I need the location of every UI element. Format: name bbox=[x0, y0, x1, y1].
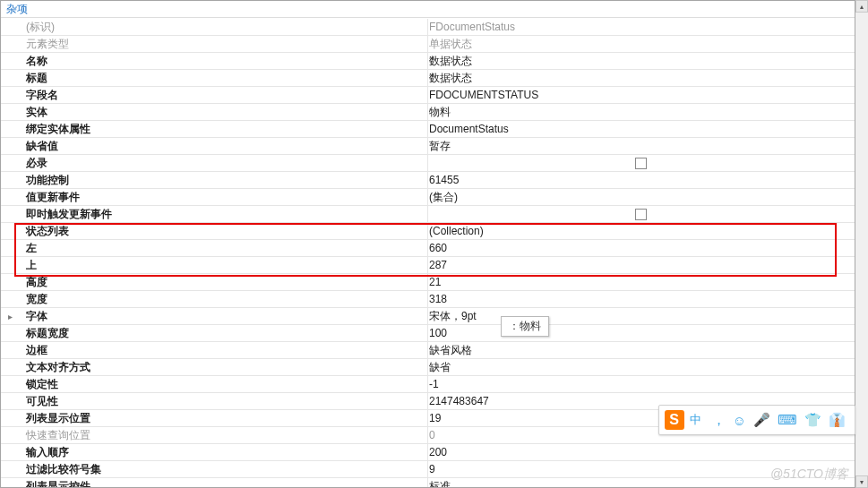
expand-icon bbox=[1, 325, 19, 341]
property-label: 字段名 bbox=[19, 87, 427, 103]
expand-icon bbox=[1, 342, 19, 358]
property-row[interactable]: 高度21 bbox=[1, 274, 855, 291]
property-row[interactable]: 功能控制61455 bbox=[1, 172, 855, 189]
property-value[interactable]: 数据状态 bbox=[427, 53, 855, 69]
property-label: 高度 bbox=[19, 274, 427, 290]
scroll-up-button[interactable]: ▴ bbox=[855, 0, 868, 13]
property-label: 上 bbox=[19, 257, 427, 273]
property-row[interactable]: 边框缺省风格 bbox=[1, 342, 855, 359]
property-value[interactable]: 200 bbox=[427, 444, 855, 460]
property-label: 名称 bbox=[19, 53, 427, 69]
property-value[interactable]: 100 bbox=[427, 325, 855, 341]
expand-icon bbox=[1, 87, 19, 103]
property-row[interactable]: 实体物料 bbox=[1, 104, 855, 121]
property-row[interactable]: 缺省值暂存 bbox=[1, 138, 855, 155]
expand-icon bbox=[1, 172, 19, 188]
ime-keyboard-icon[interactable]: ⌨ bbox=[778, 412, 797, 428]
property-row[interactable]: ▸字体宋体，9pt bbox=[1, 308, 855, 325]
property-label: 字体 bbox=[19, 308, 427, 324]
property-value[interactable]: 缺省 bbox=[427, 359, 855, 375]
property-row[interactable]: 标题宽度100 bbox=[1, 325, 855, 342]
property-value[interactable]: (集合) bbox=[427, 189, 855, 205]
property-value[interactable]: -1 bbox=[427, 376, 855, 392]
property-label: 缺省值 bbox=[19, 138, 427, 154]
checkbox-icon[interactable] bbox=[635, 158, 647, 169]
ime-emoji-icon[interactable]: ☺ bbox=[733, 413, 746, 428]
expand-icon bbox=[1, 427, 19, 443]
property-row[interactable]: 标题数据状态 bbox=[1, 70, 855, 87]
section-header[interactable]: 杂项 bbox=[1, 1, 855, 18]
expand-icon bbox=[1, 240, 19, 256]
expand-icon bbox=[1, 206, 19, 222]
property-row[interactable]: 元素类型单据状态 bbox=[1, 36, 855, 53]
property-row[interactable]: 宽度318 bbox=[1, 291, 855, 308]
property-label: 功能控制 bbox=[19, 172, 427, 188]
property-value[interactable]: 61455 bbox=[427, 172, 855, 188]
expand-icon bbox=[1, 291, 19, 307]
expand-icon bbox=[1, 257, 19, 273]
property-row[interactable]: 名称数据状态 bbox=[1, 53, 855, 70]
property-row[interactable]: 值更新事件(集合) bbox=[1, 189, 855, 206]
property-row[interactable]: 输入顺序200 bbox=[1, 444, 855, 461]
property-row[interactable]: 列表显示控件标准 bbox=[1, 478, 855, 487]
expand-icon[interactable]: ▸ bbox=[1, 308, 19, 324]
property-label: 状态列表 bbox=[19, 223, 427, 239]
ime-settings-icon[interactable]: 👔 bbox=[829, 412, 846, 428]
expand-icon bbox=[1, 393, 19, 409]
ime-mode-label[interactable]: 中 bbox=[690, 412, 701, 428]
watermark: @51CTO博客 bbox=[770, 467, 848, 483]
property-row[interactable]: 即时触发更新事件 bbox=[1, 206, 855, 223]
property-value[interactable]: 数据状态 bbox=[427, 70, 855, 86]
property-row[interactable]: 文本对齐方式缺省 bbox=[1, 359, 855, 376]
property-value[interactable]: FDOCUMENTSTATUS bbox=[427, 87, 855, 103]
property-row[interactable]: 锁定性-1 bbox=[1, 376, 855, 393]
property-value[interactable] bbox=[427, 206, 855, 222]
property-row[interactable]: 字段名FDOCUMENTSTATUS bbox=[1, 87, 855, 104]
expand-icon bbox=[1, 444, 19, 460]
scroll-down-button[interactable]: ▾ bbox=[855, 475, 868, 488]
property-value[interactable]: 物料 bbox=[427, 104, 855, 120]
expand-icon bbox=[1, 376, 19, 392]
property-label: 列表显示位置 bbox=[19, 410, 427, 426]
property-value[interactable]: 318 bbox=[427, 291, 855, 307]
property-label: 实体 bbox=[19, 104, 427, 120]
property-label: 绑定实体属性 bbox=[19, 121, 427, 137]
ime-logo-icon[interactable]: S bbox=[665, 410, 684, 430]
ime-punct-icon[interactable]: ， bbox=[712, 412, 726, 429]
property-value[interactable]: 287 bbox=[427, 257, 855, 273]
property-row[interactable]: 左660 bbox=[1, 240, 855, 257]
property-value[interactable] bbox=[427, 155, 855, 171]
property-value[interactable]: 21 bbox=[427, 274, 855, 290]
ime-mic-icon[interactable]: 🎤 bbox=[753, 412, 770, 428]
ime-skin-icon[interactable]: 👕 bbox=[804, 412, 821, 428]
property-label: 可见性 bbox=[19, 393, 427, 409]
property-row[interactable]: 状态列表(Collection) bbox=[1, 223, 855, 240]
property-label: 列表显示控件 bbox=[19, 478, 427, 487]
expand-icon bbox=[1, 121, 19, 137]
property-value[interactable]: 暂存 bbox=[427, 138, 855, 154]
property-row[interactable]: 绑定实体属性DocumentStatus bbox=[1, 121, 855, 138]
property-row[interactable]: 上287 bbox=[1, 257, 855, 274]
property-label: 值更新事件 bbox=[19, 189, 427, 205]
property-value[interactable]: (Collection) bbox=[427, 223, 855, 239]
expand-icon bbox=[1, 189, 19, 205]
expand-icon bbox=[1, 53, 19, 69]
property-value[interactable]: FDocumentStatus bbox=[427, 19, 855, 35]
property-value[interactable]: 缺省风格 bbox=[427, 342, 855, 358]
ime-toolbar[interactable]: S 中 ， ☺ 🎤 ⌨ 👕 👔 bbox=[658, 405, 855, 435]
property-label: 必录 bbox=[19, 155, 427, 171]
property-row[interactable]: (标识)FDocumentStatus bbox=[1, 19, 855, 36]
property-value[interactable]: 宋体，9pt bbox=[427, 308, 855, 324]
property-row[interactable]: 过滤比较符号集9 bbox=[1, 461, 855, 478]
property-value[interactable]: DocumentStatus bbox=[427, 121, 855, 137]
expand-icon bbox=[1, 36, 19, 52]
checkbox-icon[interactable] bbox=[635, 209, 647, 220]
property-label: 即时触发更新事件 bbox=[19, 206, 427, 222]
property-label: 过滤比较符号集 bbox=[19, 461, 427, 477]
expand-icon bbox=[1, 410, 19, 426]
property-row[interactable]: 必录 bbox=[1, 155, 855, 172]
property-label: 锁定性 bbox=[19, 376, 427, 392]
property-value[interactable]: 单据状态 bbox=[427, 36, 855, 52]
vertical-scrollbar[interactable]: ▴ ▾ bbox=[855, 0, 868, 488]
property-value[interactable]: 660 bbox=[427, 240, 855, 256]
